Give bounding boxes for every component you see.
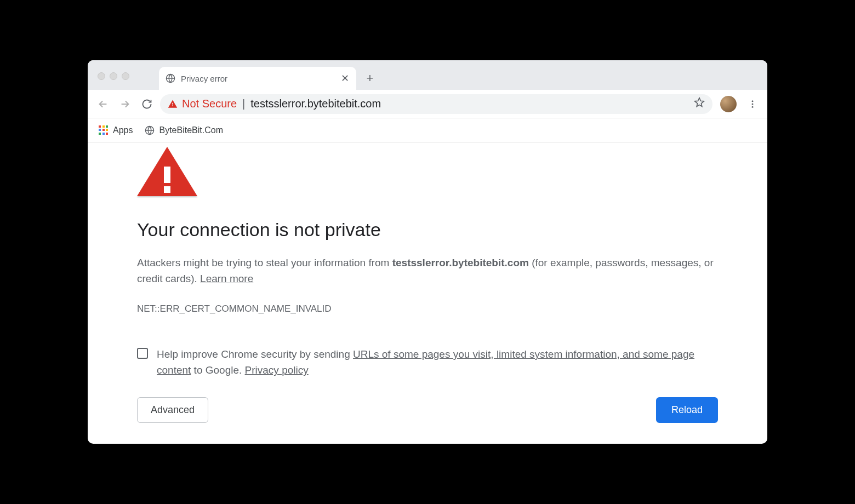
error-body: Attackers might be trying to steal your … — [137, 255, 718, 287]
browser-window: Privacy error ✕ + Not Secure | testssler… — [88, 60, 767, 444]
chrome-menu-button[interactable] — [744, 96, 761, 112]
bookmarks-bar: Apps ByteBiteBit.Com — [88, 118, 767, 142]
apps-shortcut[interactable]: Apps — [95, 123, 136, 138]
page-content: Your connection is not private Attackers… — [88, 142, 767, 444]
forward-button[interactable] — [116, 95, 134, 113]
tab-title: Privacy error — [181, 74, 334, 83]
window-close-button[interactable] — [98, 72, 105, 80]
svg-point-3 — [752, 106, 754, 107]
browser-tab[interactable]: Privacy error ✕ — [159, 67, 356, 90]
error-body-domain: testsslerror.bytebitebit.com — [392, 257, 529, 268]
reload-page-button[interactable]: Reload — [656, 397, 718, 423]
optin-mid: to Google. — [191, 364, 244, 376]
apps-grid-icon — [99, 125, 109, 135]
new-tab-button[interactable]: + — [362, 70, 378, 87]
profile-avatar[interactable] — [720, 96, 737, 112]
close-tab-button[interactable]: ✕ — [340, 73, 350, 83]
learn-more-link[interactable]: Learn more — [200, 273, 253, 284]
reload-button[interactable] — [138, 95, 156, 113]
danger-triangle-icon — [137, 147, 197, 196]
svg-point-1 — [752, 100, 754, 102]
bookmark-star-icon[interactable] — [694, 97, 705, 111]
back-button[interactable] — [94, 95, 112, 113]
bookmark-label: ByteBiteBit.Com — [159, 125, 223, 135]
safe-browsing-optin: Help improve Chrome security by sending … — [137, 346, 718, 379]
error-headline: Your connection is not private — [137, 219, 718, 240]
omnibox-separator: | — [242, 98, 245, 110]
globe-icon — [166, 73, 175, 83]
security-status-label: Not Secure — [182, 98, 237, 110]
privacy-policy-link[interactable]: Privacy policy — [245, 364, 309, 376]
button-row: Advanced Reload — [137, 397, 718, 423]
window-controls — [98, 72, 129, 80]
apps-label: Apps — [113, 125, 133, 135]
url-text: testsslerror.bytebitebit.com — [250, 98, 381, 110]
window-minimize-button[interactable] — [110, 72, 117, 80]
security-warning-icon — [168, 99, 178, 109]
address-bar[interactable]: Not Secure | testsslerror.bytebitebit.co… — [160, 94, 713, 114]
globe-icon — [145, 125, 155, 135]
svg-point-2 — [752, 103, 754, 105]
error-code: NET::ERR_CERT_COMMON_NAME_INVALID — [137, 303, 718, 314]
bookmark-item[interactable]: ByteBiteBit.Com — [140, 123, 227, 138]
toolbar: Not Secure | testsslerror.bytebitebit.co… — [88, 90, 767, 118]
optin-prefix: Help improve Chrome security by sending — [157, 348, 353, 360]
optin-text: Help improve Chrome security by sending … — [157, 346, 718, 379]
window-zoom-button[interactable] — [122, 72, 129, 80]
advanced-button[interactable]: Advanced — [137, 397, 208, 423]
tab-strip: Privacy error ✕ + — [88, 60, 767, 90]
optin-checkbox[interactable] — [137, 348, 148, 359]
error-body-prefix: Attackers might be trying to steal your … — [137, 257, 392, 268]
